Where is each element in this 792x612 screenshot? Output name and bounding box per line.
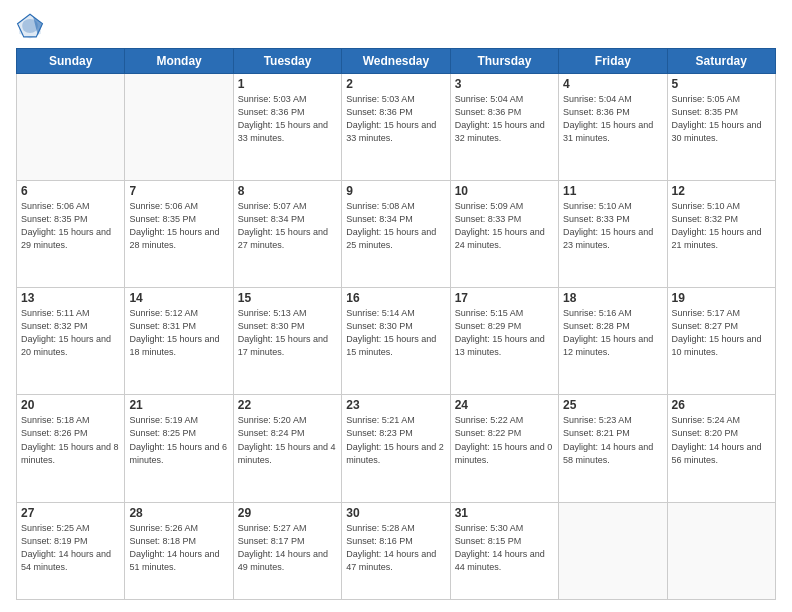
calendar-cell: 11Sunrise: 5:10 AM Sunset: 8:33 PM Dayli…: [559, 181, 667, 288]
week-row-1: 1Sunrise: 5:03 AM Sunset: 8:36 PM Daylig…: [17, 74, 776, 181]
day-info: Sunrise: 5:25 AM Sunset: 8:19 PM Dayligh…: [21, 522, 120, 574]
calendar-cell: 26Sunrise: 5:24 AM Sunset: 8:20 PM Dayli…: [667, 395, 775, 502]
day-number: 29: [238, 506, 337, 520]
day-info: Sunrise: 5:06 AM Sunset: 8:35 PM Dayligh…: [129, 200, 228, 252]
calendar-cell: 5Sunrise: 5:05 AM Sunset: 8:35 PM Daylig…: [667, 74, 775, 181]
day-info: Sunrise: 5:15 AM Sunset: 8:29 PM Dayligh…: [455, 307, 554, 359]
day-info: Sunrise: 5:03 AM Sunset: 8:36 PM Dayligh…: [346, 93, 445, 145]
day-info: Sunrise: 5:07 AM Sunset: 8:34 PM Dayligh…: [238, 200, 337, 252]
day-number: 25: [563, 398, 662, 412]
day-number: 9: [346, 184, 445, 198]
calendar-cell: 21Sunrise: 5:19 AM Sunset: 8:25 PM Dayli…: [125, 395, 233, 502]
calendar-cell: 2Sunrise: 5:03 AM Sunset: 8:36 PM Daylig…: [342, 74, 450, 181]
day-number: 22: [238, 398, 337, 412]
calendar-cell: 31Sunrise: 5:30 AM Sunset: 8:15 PM Dayli…: [450, 502, 558, 599]
calendar-cell: [17, 74, 125, 181]
calendar-cell: 3Sunrise: 5:04 AM Sunset: 8:36 PM Daylig…: [450, 74, 558, 181]
calendar-cell: 17Sunrise: 5:15 AM Sunset: 8:29 PM Dayli…: [450, 288, 558, 395]
day-number: 28: [129, 506, 228, 520]
day-number: 14: [129, 291, 228, 305]
calendar-cell: 30Sunrise: 5:28 AM Sunset: 8:16 PM Dayli…: [342, 502, 450, 599]
day-number: 12: [672, 184, 771, 198]
day-number: 3: [455, 77, 554, 91]
day-number: 23: [346, 398, 445, 412]
day-number: 13: [21, 291, 120, 305]
calendar-cell: 12Sunrise: 5:10 AM Sunset: 8:32 PM Dayli…: [667, 181, 775, 288]
day-info: Sunrise: 5:11 AM Sunset: 8:32 PM Dayligh…: [21, 307, 120, 359]
day-number: 26: [672, 398, 771, 412]
day-header-monday: Monday: [125, 49, 233, 74]
calendar-cell: 16Sunrise: 5:14 AM Sunset: 8:30 PM Dayli…: [342, 288, 450, 395]
calendar-cell: 27Sunrise: 5:25 AM Sunset: 8:19 PM Dayli…: [17, 502, 125, 599]
day-number: 21: [129, 398, 228, 412]
calendar-cell: 20Sunrise: 5:18 AM Sunset: 8:26 PM Dayli…: [17, 395, 125, 502]
day-info: Sunrise: 5:19 AM Sunset: 8:25 PM Dayligh…: [129, 414, 228, 466]
day-number: 4: [563, 77, 662, 91]
day-info: Sunrise: 5:03 AM Sunset: 8:36 PM Dayligh…: [238, 93, 337, 145]
day-number: 31: [455, 506, 554, 520]
day-info: Sunrise: 5:06 AM Sunset: 8:35 PM Dayligh…: [21, 200, 120, 252]
day-info: Sunrise: 5:18 AM Sunset: 8:26 PM Dayligh…: [21, 414, 120, 466]
calendar-body: 1Sunrise: 5:03 AM Sunset: 8:36 PM Daylig…: [17, 74, 776, 600]
calendar-cell: 10Sunrise: 5:09 AM Sunset: 8:33 PM Dayli…: [450, 181, 558, 288]
day-info: Sunrise: 5:10 AM Sunset: 8:32 PM Dayligh…: [672, 200, 771, 252]
calendar-cell: [667, 502, 775, 599]
day-number: 18: [563, 291, 662, 305]
day-number: 16: [346, 291, 445, 305]
calendar-cell: 13Sunrise: 5:11 AM Sunset: 8:32 PM Dayli…: [17, 288, 125, 395]
day-number: 30: [346, 506, 445, 520]
day-info: Sunrise: 5:17 AM Sunset: 8:27 PM Dayligh…: [672, 307, 771, 359]
day-header-friday: Friday: [559, 49, 667, 74]
calendar-cell: 4Sunrise: 5:04 AM Sunset: 8:36 PM Daylig…: [559, 74, 667, 181]
day-info: Sunrise: 5:16 AM Sunset: 8:28 PM Dayligh…: [563, 307, 662, 359]
calendar-cell: 15Sunrise: 5:13 AM Sunset: 8:30 PM Dayli…: [233, 288, 341, 395]
day-info: Sunrise: 5:30 AM Sunset: 8:15 PM Dayligh…: [455, 522, 554, 574]
calendar-cell: 14Sunrise: 5:12 AM Sunset: 8:31 PM Dayli…: [125, 288, 233, 395]
day-info: Sunrise: 5:08 AM Sunset: 8:34 PM Dayligh…: [346, 200, 445, 252]
calendar-cell: 18Sunrise: 5:16 AM Sunset: 8:28 PM Dayli…: [559, 288, 667, 395]
day-number: 24: [455, 398, 554, 412]
day-info: Sunrise: 5:22 AM Sunset: 8:22 PM Dayligh…: [455, 414, 554, 466]
day-info: Sunrise: 5:26 AM Sunset: 8:18 PM Dayligh…: [129, 522, 228, 574]
calendar-cell: 6Sunrise: 5:06 AM Sunset: 8:35 PM Daylig…: [17, 181, 125, 288]
calendar-cell: 24Sunrise: 5:22 AM Sunset: 8:22 PM Dayli…: [450, 395, 558, 502]
day-info: Sunrise: 5:28 AM Sunset: 8:16 PM Dayligh…: [346, 522, 445, 574]
calendar-cell: [559, 502, 667, 599]
week-row-2: 6Sunrise: 5:06 AM Sunset: 8:35 PM Daylig…: [17, 181, 776, 288]
calendar-cell: 28Sunrise: 5:26 AM Sunset: 8:18 PM Dayli…: [125, 502, 233, 599]
day-header-saturday: Saturday: [667, 49, 775, 74]
calendar-cell: [125, 74, 233, 181]
header: [16, 12, 776, 40]
day-number: 11: [563, 184, 662, 198]
calendar-cell: 23Sunrise: 5:21 AM Sunset: 8:23 PM Dayli…: [342, 395, 450, 502]
calendar-cell: 25Sunrise: 5:23 AM Sunset: 8:21 PM Dayli…: [559, 395, 667, 502]
calendar-cell: 29Sunrise: 5:27 AM Sunset: 8:17 PM Dayli…: [233, 502, 341, 599]
day-number: 7: [129, 184, 228, 198]
day-number: 6: [21, 184, 120, 198]
calendar-cell: 22Sunrise: 5:20 AM Sunset: 8:24 PM Dayli…: [233, 395, 341, 502]
logo-icon: [16, 12, 44, 40]
calendar-cell: 1Sunrise: 5:03 AM Sunset: 8:36 PM Daylig…: [233, 74, 341, 181]
day-info: Sunrise: 5:27 AM Sunset: 8:17 PM Dayligh…: [238, 522, 337, 574]
day-number: 19: [672, 291, 771, 305]
calendar-cell: 19Sunrise: 5:17 AM Sunset: 8:27 PM Dayli…: [667, 288, 775, 395]
day-info: Sunrise: 5:20 AM Sunset: 8:24 PM Dayligh…: [238, 414, 337, 466]
calendar-header-row: SundayMondayTuesdayWednesdayThursdayFrid…: [17, 49, 776, 74]
day-number: 17: [455, 291, 554, 305]
day-info: Sunrise: 5:23 AM Sunset: 8:21 PM Dayligh…: [563, 414, 662, 466]
day-info: Sunrise: 5:05 AM Sunset: 8:35 PM Dayligh…: [672, 93, 771, 145]
calendar-cell: 7Sunrise: 5:06 AM Sunset: 8:35 PM Daylig…: [125, 181, 233, 288]
day-number: 1: [238, 77, 337, 91]
calendar-table: SundayMondayTuesdayWednesdayThursdayFrid…: [16, 48, 776, 600]
day-number: 8: [238, 184, 337, 198]
day-info: Sunrise: 5:04 AM Sunset: 8:36 PM Dayligh…: [455, 93, 554, 145]
day-header-thursday: Thursday: [450, 49, 558, 74]
week-row-5: 27Sunrise: 5:25 AM Sunset: 8:19 PM Dayli…: [17, 502, 776, 599]
day-info: Sunrise: 5:10 AM Sunset: 8:33 PM Dayligh…: [563, 200, 662, 252]
day-number: 20: [21, 398, 120, 412]
day-info: Sunrise: 5:04 AM Sunset: 8:36 PM Dayligh…: [563, 93, 662, 145]
day-header-sunday: Sunday: [17, 49, 125, 74]
day-info: Sunrise: 5:14 AM Sunset: 8:30 PM Dayligh…: [346, 307, 445, 359]
day-info: Sunrise: 5:24 AM Sunset: 8:20 PM Dayligh…: [672, 414, 771, 466]
week-row-4: 20Sunrise: 5:18 AM Sunset: 8:26 PM Dayli…: [17, 395, 776, 502]
